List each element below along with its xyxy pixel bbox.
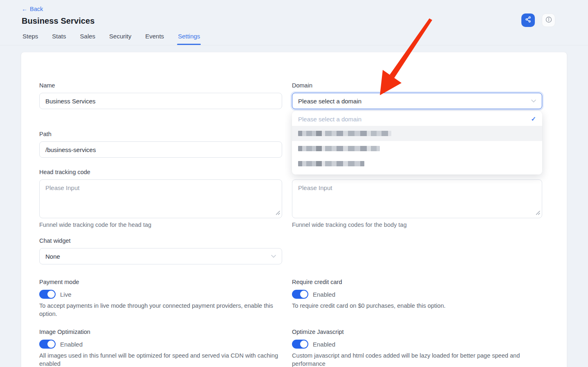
header-actions xyxy=(521,13,555,27)
tab-bar: Steps Stats Sales Security Events Settin… xyxy=(0,33,588,45)
image-optimization-toggle[interactable] xyxy=(39,340,56,349)
redacted-domain-text xyxy=(298,131,391,136)
domain-label: Domain xyxy=(292,82,542,89)
redacted-domain-text xyxy=(298,146,380,151)
name-input[interactable] xyxy=(39,93,282,109)
optimize-javascript-description: Custom javascript and html codes added w… xyxy=(292,352,537,367)
page-header: ← Back Business Services xyxy=(0,0,588,26)
tabs-divider xyxy=(0,45,588,45)
optimize-javascript-group: Optimize Javascript Enabled Custom javas… xyxy=(292,329,542,367)
require-credit-card-group: Require credit card Enabled To require c… xyxy=(292,279,542,318)
head-tracking-textarea[interactable] xyxy=(39,179,282,218)
image-optimization-description: All images used in this funnel will be o… xyxy=(39,352,282,367)
optimize-javascript-toggle[interactable] xyxy=(292,340,308,349)
domain-dropdown-panel: Please select a domain ✓ xyxy=(292,111,542,175)
head-tracking-group: Head tracking code Funnel wide tracking … xyxy=(39,169,282,228)
back-link[interactable]: ← Back xyxy=(22,6,43,12)
back-arrow-icon: ← xyxy=(22,6,27,12)
page-title: Business Services xyxy=(22,16,566,26)
require-credit-card-description: To require credit card on $0 purchases, … xyxy=(292,302,537,310)
chat-widget-label: Chat widget xyxy=(39,237,282,244)
image-optimization-label: Image Optimization xyxy=(39,329,282,336)
tab-steps[interactable]: Steps xyxy=(22,33,38,45)
tab-sales[interactable]: Sales xyxy=(80,33,96,45)
dropdown-option-redacted[interactable] xyxy=(292,141,542,156)
body-tracking-helper: Funnel wide tracking codes for the body … xyxy=(292,222,542,228)
require-credit-card-state: Enabled xyxy=(313,291,335,298)
dropdown-option-placeholder[interactable]: Please select a domain ✓ xyxy=(292,111,542,126)
tab-events[interactable]: Events xyxy=(145,33,164,45)
domain-select-value: Please select a domain xyxy=(298,98,361,105)
share-button[interactable] xyxy=(521,13,535,27)
info-icon xyxy=(545,16,552,25)
check-icon: ✓ xyxy=(531,115,536,123)
name-label: Name xyxy=(39,82,282,89)
body-tracking-group: Funnel wide tracking codes for the body … xyxy=(292,169,542,228)
redacted-domain-text xyxy=(298,161,364,166)
head-tracking-helper: Funnel wide tracking code for the head t… xyxy=(39,222,282,228)
path-label: Path xyxy=(39,131,282,138)
tab-security[interactable]: Security xyxy=(109,33,131,45)
payment-mode-description: To accept payments in live mode through … xyxy=(39,302,282,318)
body-tracking-textarea[interactable] xyxy=(292,179,542,218)
payment-mode-toggle[interactable] xyxy=(39,290,56,299)
payment-mode-group: Payment mode Live To accept payments in … xyxy=(39,279,282,318)
image-optimization-group: Image Optimization Enabled All images us… xyxy=(39,329,282,367)
share-icon xyxy=(525,16,532,25)
payment-mode-state: Live xyxy=(60,291,72,298)
dropdown-option-redacted[interactable] xyxy=(292,156,542,171)
chat-widget-group: Chat widget None xyxy=(39,237,282,264)
optimize-javascript-state: Enabled xyxy=(313,341,335,348)
name-field-group: Name xyxy=(39,82,282,109)
settings-card: Name Domain Please select a domain Pleas… xyxy=(21,52,567,367)
head-tracking-label: Head tracking code xyxy=(39,169,282,176)
chevron-down-icon xyxy=(271,255,276,258)
tab-settings[interactable]: Settings xyxy=(178,33,200,45)
payment-mode-label: Payment mode xyxy=(39,279,282,286)
chevron-down-icon xyxy=(531,99,536,103)
image-optimization-state: Enabled xyxy=(60,341,83,348)
require-credit-card-toggle[interactable] xyxy=(292,290,308,299)
tab-stats[interactable]: Stats xyxy=(52,33,66,45)
optimize-javascript-label: Optimize Javascript xyxy=(292,329,542,336)
path-field-group: Path xyxy=(39,131,282,158)
dropdown-option-label: Please select a domain xyxy=(298,116,361,123)
chat-widget-select[interactable]: None xyxy=(39,248,282,264)
info-button[interactable] xyxy=(542,13,555,27)
back-label: Back xyxy=(30,6,43,12)
chat-widget-value: None xyxy=(45,253,60,260)
path-input[interactable] xyxy=(39,141,282,158)
dropdown-option-redacted[interactable] xyxy=(292,126,542,141)
require-credit-card-label: Require credit card xyxy=(292,279,542,286)
domain-field-group: Domain Please select a domain Please sel… xyxy=(292,82,542,109)
domain-select[interactable]: Please select a domain xyxy=(292,93,542,109)
